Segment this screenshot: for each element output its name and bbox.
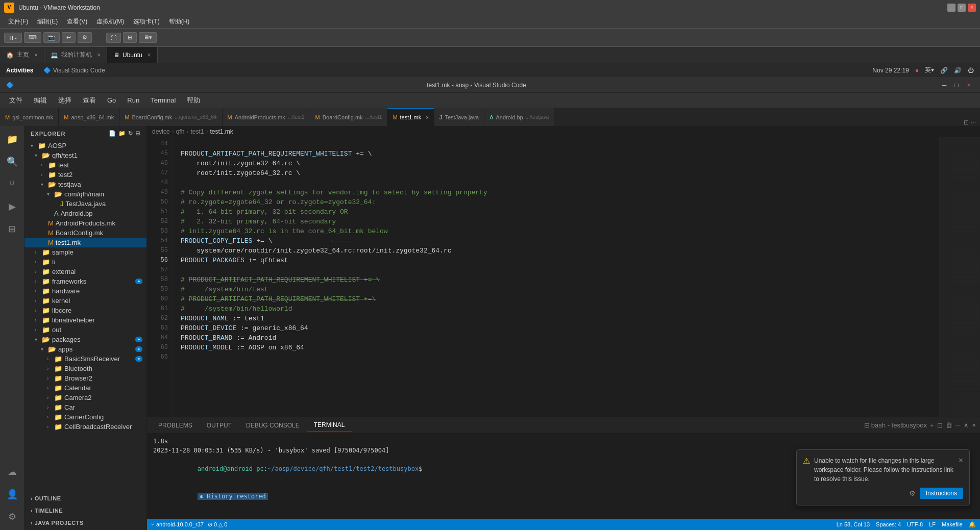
close-panel-icon[interactable]: × — [972, 421, 976, 429]
maximize-button[interactable]: □ — [958, 4, 966, 12]
tree-test[interactable]: › 📁 test — [24, 160, 146, 170]
tree-testjava[interactable]: ▾ 📂 testjava — [24, 180, 146, 189]
vscode-minimize[interactable]: ─ — [939, 80, 949, 90]
tree-androidproducts[interactable]: M AndroidProducts.mk — [24, 218, 146, 228]
tree-test2[interactable]: › 📁 test2 — [24, 170, 146, 180]
menu-file[interactable]: 文件(F) — [4, 16, 32, 27]
vscode-maximize[interactable]: □ — [951, 80, 962, 90]
activity-run[interactable]: ▶ — [3, 197, 21, 216]
menu-help[interactable]: 帮助(H) — [165, 16, 194, 27]
tree-kernel[interactable]: › 📁 kernel — [24, 296, 146, 306]
tree-com-qfh-main[interactable]: ▾ 📂 com/qfh/main — [24, 189, 146, 199]
toolbar-fullscreen[interactable]: ⛶ — [106, 33, 121, 43]
tab-close-home[interactable]: × — [34, 52, 38, 59]
tree-apps[interactable]: ▾ 📂 apps • — [24, 344, 146, 354]
language-indicator[interactable]: 英▾ — [925, 66, 934, 74]
activity-git[interactable]: ⑂ — [3, 175, 21, 193]
statusbar-branch[interactable]: ⑂ android-10.0.0_r37 — [151, 521, 204, 527]
tree-androidbp[interactable]: A Android.bp — [24, 209, 146, 218]
tab-output[interactable]: OUTPUT — [200, 419, 239, 432]
split-editor-icon[interactable]: ⊡ — [964, 119, 969, 126]
close-button[interactable]: × — [968, 4, 976, 12]
tree-testjava-file[interactable]: J TestJava.java — [24, 199, 146, 209]
tab-testjava[interactable]: J TestJava.java — [434, 108, 484, 126]
statusbar-language[interactable]: Makefile — [942, 521, 963, 528]
tree-cellbroadcastreceiver[interactable]: › 📁 CellBroadcastReceiver — [24, 422, 146, 432]
tree-boardconfig[interactable]: M BoardConfig.mk — [24, 228, 146, 238]
code-editor[interactable]: 44 45 46 47 48 49 50 51 52 53 54 55 56 5… — [147, 137, 980, 417]
activity-settings[interactable]: ⚙ — [3, 508, 21, 526]
network-icon[interactable]: 🔗 — [940, 67, 948, 74]
tree-calendar[interactable]: › 📁 Calendar — [24, 383, 146, 393]
activity-explorer[interactable]: 📁 — [3, 130, 21, 148]
tab-boardconfig-generic[interactable]: M BoardConfig.mk .../generic_x86_64 — [119, 108, 222, 126]
menu-vm[interactable]: 虚拟机(M) — [92, 16, 128, 27]
toolbar-revert[interactable]: ↩ — [62, 32, 76, 43]
tree-browser2[interactable]: › 📁 Browser2 — [24, 373, 146, 383]
vscode-menu-help[interactable]: 帮助 — [182, 94, 205, 107]
collapse-panel-icon[interactable]: ∧ — [964, 421, 969, 429]
activity-search[interactable]: 🔍 — [3, 153, 21, 171]
split-terminal-icon[interactable]: ⊡ — [937, 421, 943, 429]
toolbar-snapshot[interactable]: 📷 — [43, 32, 60, 43]
collapse-icon[interactable]: ⊟ — [135, 130, 140, 137]
tab-androidproducts[interactable]: M AndroidProducts.mk .../test1 — [223, 108, 310, 126]
tree-frameworks[interactable]: › 📁 frameworks • — [24, 276, 146, 286]
tab-aosp-x86[interactable]: M aosp_x86_64.mk — [59, 108, 119, 126]
menu-tabs[interactable]: 选项卡(T) — [129, 16, 163, 27]
toolbar-send-keys[interactable]: ⌨ — [24, 32, 41, 43]
statusbar-feedback[interactable]: 🔔 — [969, 521, 976, 528]
toolbar-vm-settings[interactable]: ⚙ — [78, 32, 92, 43]
statusbar-spaces[interactable]: Spaces: 4 — [876, 521, 901, 528]
vscode-menu-edit[interactable]: 编辑 — [29, 94, 52, 107]
tree-external[interactable]: › 📁 external — [24, 267, 146, 276]
tree-test1mk[interactable]: M test1.mk — [24, 238, 146, 247]
statusbar-errors[interactable]: ⊘ 0 △ 0 — [208, 521, 227, 528]
activities-button[interactable]: Activities — [6, 67, 33, 74]
tree-qfh-test1[interactable]: ▾ 📂 qfh/test1 — [24, 150, 146, 160]
tab-close-ubuntu[interactable]: × — [148, 52, 151, 59]
tree-bluetooth[interactable]: › 📁 Bluetooth — [24, 364, 146, 373]
notification-close-button[interactable]: × — [959, 456, 963, 465]
vscode-menu-go[interactable]: Go — [102, 95, 121, 106]
vscode-indicator[interactable]: 🔷 Visual Studio Code — [43, 67, 105, 74]
code-content[interactable]: PRODUCT_ARTIFACT_PATH_REQUIREMENT_WHITEL… — [173, 137, 939, 417]
tree-hardware[interactable]: › 📁 hardware — [24, 286, 146, 296]
timeline-section[interactable]: › TIMELINE — [24, 503, 146, 516]
toolbar-display[interactable]: 🖥▾ — [139, 32, 157, 43]
minimize-button[interactable]: _ — [947, 4, 955, 12]
tree-basicsmsreceiver[interactable]: › 📁 BasicSmsReceiver • — [24, 354, 146, 364]
notification-gear-icon[interactable]: ⚙ — [909, 489, 916, 497]
tree-aosp-root[interactable]: ▾ 📁 AOSP — [24, 141, 146, 150]
new-file-icon[interactable]: 📄 — [109, 130, 116, 137]
more-tabs-icon[interactable]: ··· — [971, 119, 976, 126]
tab-close-icon[interactable]: × — [426, 115, 429, 120]
tree-libnativehelper[interactable]: › 📁 libnativehelper — [24, 315, 146, 325]
tree-out[interactable]: › 📁 out — [24, 325, 146, 335]
vscode-menu-view[interactable]: 查看 — [78, 94, 101, 107]
tab-androidbp[interactable]: A Android.bp .../testjava — [484, 108, 554, 126]
tab-close-mycomputer[interactable]: × — [97, 52, 101, 59]
activity-remote[interactable]: ☁ — [3, 463, 21, 481]
new-folder-icon[interactable]: 📁 — [118, 130, 126, 137]
instructions-button[interactable]: Instructions — [920, 488, 963, 499]
toolbar-unity[interactable]: ⊞ — [123, 32, 137, 43]
refresh-icon[interactable]: ↻ — [128, 130, 133, 137]
statusbar-line-ending[interactable]: LF — [929, 521, 936, 528]
vscode-menu-terminal[interactable]: Terminal — [145, 95, 181, 106]
more-terminal-icon[interactable]: ··· — [955, 421, 961, 429]
java-projects-section[interactable]: › JAVA PROJECTS — [24, 516, 146, 528]
tree-car[interactable]: › 📁 Car — [24, 402, 146, 412]
vm-tab-ubuntu[interactable]: 🖥 Ubuntu × — [107, 47, 158, 63]
tree-libcore[interactable]: › 📁 libcore — [24, 306, 146, 315]
power-icon[interactable]: ⏻ — [968, 67, 974, 74]
activity-extensions[interactable]: ⊞ — [3, 220, 21, 238]
vscode-close[interactable]: × — [964, 80, 974, 90]
tab-gsi-common[interactable]: M gsi_common.mk — [0, 108, 59, 126]
trash-terminal-icon[interactable]: 🗑 — [946, 421, 952, 429]
vscode-menu-run[interactable]: Run — [122, 95, 144, 106]
tab-debug-console[interactable]: DEBUG CONSOLE — [239, 419, 307, 432]
statusbar-position[interactable]: Ln 58, Col 13 — [837, 521, 870, 528]
tree-sample[interactable]: › 📁 sample — [24, 247, 146, 257]
vscode-menu-file[interactable]: 文件 — [4, 94, 28, 107]
